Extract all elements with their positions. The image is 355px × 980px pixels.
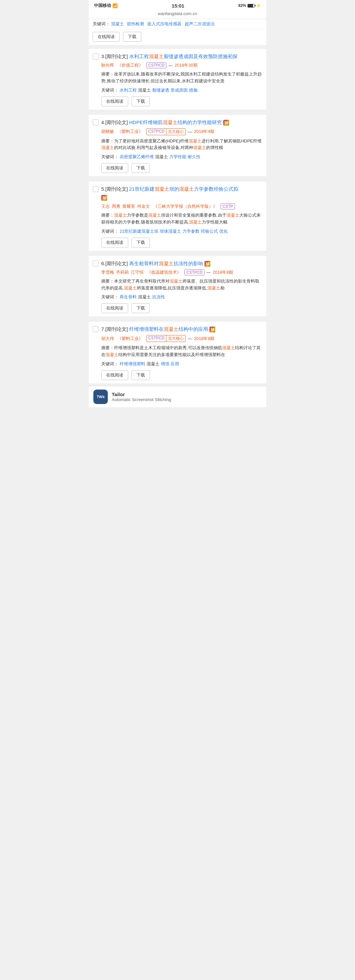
result-3-badge-cstpcd: CSTPCD <box>146 62 166 68</box>
result-3-actions: 在线阅读 下载 <box>93 97 262 107</box>
keywords-prefix-6: 关键词： <box>101 294 118 300</box>
result-7-read-btn[interactable]: 在线阅读 <box>101 370 128 380</box>
result-7-kw-1[interactable]: 纤维增强塑料 <box>120 361 145 367</box>
result-4-kw-3[interactable]: 力学性能 <box>169 154 186 160</box>
result-6-kw-1[interactable]: 再生骨料 <box>120 294 137 300</box>
result-5-text-2: 坝的 <box>169 186 179 192</box>
result-5-title-row: 5.[期刊论文] 21世纪新建混凝土坝的混凝土力学参数经验公式拟 <box>93 185 262 192</box>
result-5-kw-4[interactable]: 经验公式 <box>201 228 218 234</box>
result-3-author: 耿向晖 <box>101 62 114 68</box>
keywords-prefix: 关键词： <box>101 87 118 93</box>
result-4-title: 4.[期刊论文] HDPE纤维钢筋混凝土结构的力学性能研究 M <box>101 119 262 126</box>
result-6-title-link[interactable]: 再生粗骨料对混凝土抗冻性的影响 <box>129 261 203 266</box>
divider-top <box>89 46 266 49</box>
result-5-kw-5[interactable]: 优化 <box>219 228 228 234</box>
result-4-checkbox[interactable] <box>93 119 99 126</box>
result-4-title-link[interactable]: HDPE纤维钢筋混凝土结构的力学性能研究 <box>129 119 222 125</box>
result-7-kw-4[interactable]: 应用 <box>171 361 179 367</box>
result-3-kw-2[interactable]: 混凝土 <box>138 87 151 93</box>
keyword-link-3[interactable]: 超声二次谐波法 <box>185 21 215 26</box>
result-4-download-btn[interactable]: 下载 <box>131 163 150 173</box>
result-5-read-btn[interactable]: 在线阅读 <box>101 238 128 247</box>
result-3-read-btn[interactable]: 在线阅读 <box>101 97 128 107</box>
keyword-link-0[interactable]: 混凝土 <box>111 21 124 26</box>
result-4-keywords: 关键词： 高密度聚乙烯纤维 混凝土 力学性能 耐久性 <box>93 154 262 160</box>
result-7-year: 2018年8期 <box>194 336 214 342</box>
result-6-year: 2018年8期 <box>213 269 233 275</box>
result-4-kw-4[interactable]: 耐久性 <box>188 154 200 160</box>
keyword-link-2[interactable]: 嵌入式压电传感器 <box>147 21 181 26</box>
result-card-6: 6.[期刊论文] 再生粗骨料对混凝土抗冻性的影响 M 李雪梅 齐莉莉 江守恒 《… <box>89 256 266 317</box>
result-6-download-btn[interactable]: 下载 <box>131 303 150 313</box>
battery-icon <box>248 4 255 8</box>
result-6-actions: 在线阅读 下载 <box>93 303 262 313</box>
result-7-actions: 在线阅读 下载 <box>93 370 262 380</box>
result-7-text-2: 结构中的应用 <box>179 326 208 332</box>
result-6-kw-3[interactable]: 抗冻性 <box>152 294 165 300</box>
result-3-kw-4[interactable]: 形成原因 <box>171 87 188 93</box>
result-6-author-1: 李雪梅 <box>101 269 114 275</box>
result-6-checkbox[interactable] <box>93 261 99 267</box>
result-card-3: 3.[期刊论文] 水利工程混凝土裂缝渗透成因及有效预防措施初探 耿向晖 《价值工… <box>89 49 266 110</box>
url-bar[interactable]: wanfangdata.com.cn <box>89 10 266 19</box>
result-4-abstract: 摘要：为了更好地对高密度聚乙烯(HDPE)纤维混凝土进行利用,了解其钢筋HDPE… <box>93 138 262 152</box>
result-4-read-btn[interactable]: 在线阅读 <box>101 163 128 173</box>
wifi-icon: 📶 <box>112 3 118 8</box>
result-6-abstract: 摘要：本文研究了再生骨料取代率对混凝土坍落度、抗压强度和抗冻性的影生骨料取代率的… <box>93 278 262 292</box>
result-4-meta: 胡晓敏 《塑料工业》 CSTPCD 北大核心 — 2018年4期 <box>93 128 262 135</box>
result-7-highlight-1: 混凝土 <box>164 326 179 332</box>
result-3-abstract: 摘要：改革开放以来,随着改革的不断深化,我国水利工程建设结构发生了积极益上升趋势… <box>93 71 262 85</box>
carrier-name: 中国移动 <box>94 3 111 8</box>
result-4-type: 4.[期刊论文] <box>101 119 129 125</box>
result-3-type: 3.[期刊论文] <box>101 54 129 59</box>
result-5-abstract: 摘要：混凝土力学参数是混凝土坝设计和安全复核的重要参数.由于混凝土大验公式来获得… <box>93 212 262 226</box>
divider-6 <box>89 319 266 321</box>
result-5-kw-2[interactable]: 坝体混凝土 <box>160 228 181 234</box>
result-5-download-btn[interactable]: 下载 <box>131 238 150 247</box>
result-5-keywords: 关键词： 21世纪新建混凝土坝 坝体混凝土 力学参数 经验公式 优化 <box>93 228 262 234</box>
result-6-read-btn[interactable]: 在线阅读 <box>101 303 128 313</box>
result-7-checkbox[interactable] <box>93 326 99 332</box>
result-5-kw-3[interactable]: 力学参数 <box>182 228 200 234</box>
download-button-top[interactable]: 下载 <box>123 32 141 42</box>
result-5-checkbox[interactable] <box>93 186 99 192</box>
keyword-link-1[interactable]: 损伤检测 <box>127 21 144 26</box>
battery-info: 82% ⚡ <box>238 3 261 8</box>
keywords-prefix-7: 关键词： <box>101 361 118 367</box>
result-3-checkbox[interactable] <box>93 54 99 59</box>
result-3-dash: — <box>168 63 173 68</box>
battery-percent: 82% <box>238 3 246 8</box>
result-3-title-link[interactable]: 水利工程混凝土裂缝渗透成因及有效预防措施初探 <box>129 54 238 59</box>
result-3-kw-1[interactable]: 水利工程 <box>120 87 137 93</box>
divider-4 <box>89 179 266 181</box>
tailor-bar: TWit Tailor Automatic Screenshot Stitchi… <box>89 386 266 407</box>
result-7-badge-group: CSTPCD 北大核心 <box>146 335 186 342</box>
result-card-4: 4.[期刊论文] HDPE纤维钢筋混凝土结构的力学性能研究 M 胡晓敏 《塑料工… <box>89 115 266 177</box>
keywords-prefix-4: 关键词： <box>101 154 118 160</box>
result-5-actions: 在线阅读 下载 <box>93 238 262 247</box>
result-3-year: 2018年30期 <box>174 62 197 68</box>
result-4-text-2: 结构的力学性能研究 <box>178 119 222 125</box>
result-4-kw-2[interactable]: 混凝土 <box>155 154 168 160</box>
result-5-author-1: 王志 <box>101 204 110 209</box>
result-6-kw-2[interactable]: 混凝土 <box>138 294 151 300</box>
result-3-kw-3[interactable]: 裂缝渗透 <box>152 87 169 93</box>
result-7-kw-3[interactable]: 增强 <box>161 361 169 367</box>
result-7-m-badge: M <box>209 326 215 332</box>
result-7-journal: 《塑料工业》 <box>117 336 143 342</box>
result-3-download-btn[interactable]: 下载 <box>131 97 150 107</box>
result-6-m-badge: M <box>205 261 210 267</box>
result-5-kw-1[interactable]: 21世纪新建混凝土坝 <box>120 228 158 234</box>
result-7-dash: — <box>188 336 192 341</box>
result-6-badge-cstpcd: CSTPCD <box>184 269 205 275</box>
result-7-title-link[interactable]: 纤维增强塑料在混凝土结构中的应用 <box>129 326 208 332</box>
result-7-download-btn[interactable]: 下载 <box>131 370 150 380</box>
url-text: wanfangdata.com.cn <box>158 11 197 16</box>
result-7-kw-2[interactable]: 混凝土 <box>147 361 160 367</box>
result-4-kw-1[interactable]: 高密度聚乙烯纤维 <box>120 154 154 160</box>
result-5-title-link[interactable]: 21世纪新建混凝土坝的混凝土力学参数经验公式拟 <box>129 186 238 192</box>
result-3-kw-5[interactable]: 措施 <box>189 87 198 93</box>
read-button-top[interactable]: 在线阅读 <box>93 32 120 42</box>
result-4-journal: 《塑料工业》 <box>117 129 143 135</box>
result-7-abstract: 摘要：纤维增强塑料是土木工程领域中的新秀,可以改善传统钢筋混凝土结构讨论了其在混… <box>93 345 262 358</box>
